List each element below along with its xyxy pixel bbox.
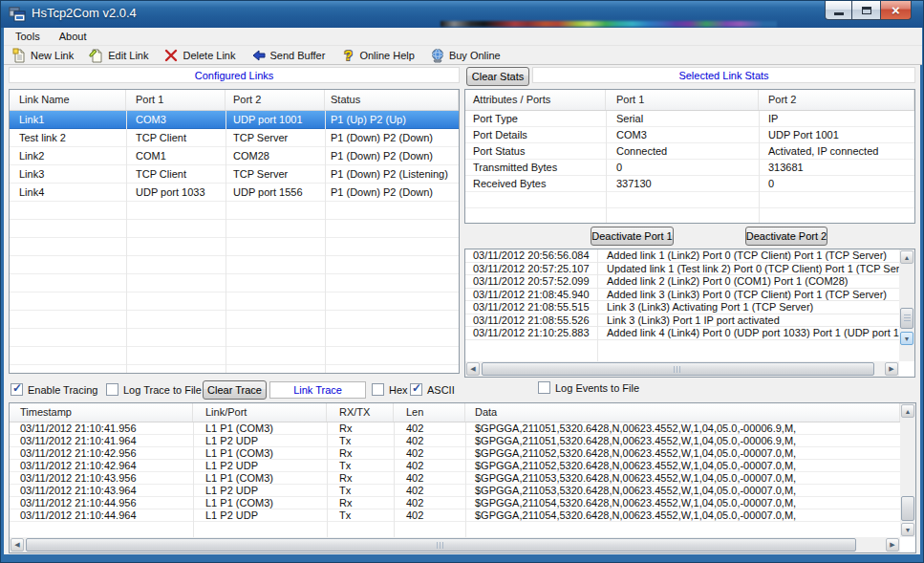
grid-line bbox=[394, 422, 395, 537]
up-arrow-icon: ▲ bbox=[905, 408, 912, 415]
menu-bar: Tools About bbox=[4, 28, 922, 46]
col-port1[interactable]: Port 1 bbox=[126, 90, 226, 110]
link-row-selected[interactable]: Link1 COM3 UDP port 1001 P1 (Up) P2 (Up) bbox=[10, 111, 459, 129]
stats-row-transmitted: Transmitted Bytes 0 313681 bbox=[465, 160, 914, 176]
link-row[interactable]: Link2 COM1 COM28 P1 (Down) P2 (Down) bbox=[10, 147, 459, 165]
trace-vscrollbar[interactable]: ▲ ▼ bbox=[900, 403, 915, 537]
scroll-left-button[interactable]: ◀ bbox=[466, 362, 480, 376]
col-rxtx[interactable]: RX/TX bbox=[327, 403, 394, 422]
close-button[interactable]: × bbox=[880, 1, 912, 20]
trace-hscrollbar[interactable]: ◀ ▶ bbox=[10, 537, 900, 552]
event-row[interactable]: 03/11/2012 20:57:52.099Added link 2 (Lin… bbox=[465, 275, 899, 289]
event-row[interactable]: 03/11/2012 21:08:55.515Link 3 (Link3) Ac… bbox=[465, 301, 899, 314]
event-row[interactable]: 03/11/2012 20:57:25.107Updated link 1 (T… bbox=[465, 263, 899, 276]
scroll-left-button[interactable]: ◀ bbox=[11, 538, 24, 552]
col-link-name[interactable]: Link Name bbox=[10, 90, 126, 110]
scroll-thumb[interactable] bbox=[900, 308, 913, 329]
trace-row[interactable]: 03/11/2012 21:10:43.956L1 P1 (COM3)Rx402… bbox=[10, 472, 900, 485]
delete-link-icon bbox=[163, 48, 179, 63]
ascii-checkbox[interactable]: ✓ ASCII bbox=[410, 383, 455, 396]
scroll-down-button[interactable]: ▼ bbox=[900, 332, 913, 345]
col-link-port[interactable]: Link/Port bbox=[193, 403, 327, 422]
checkbox-label: Enable Tracing bbox=[28, 384, 97, 396]
stats-row-received: Received Bytes 337130 0 bbox=[465, 176, 914, 192]
clear-stats-button[interactable]: Clear Stats bbox=[466, 67, 529, 86]
trace-rows: Timestamp Link/Port RX/TX Len Data 03/11… bbox=[10, 403, 900, 537]
maximize-icon bbox=[862, 7, 871, 14]
delete-link-button[interactable]: Delete Link bbox=[161, 47, 241, 64]
grid-line bbox=[325, 111, 326, 373]
events-vscrollbar[interactable]: ▲ ▼ bbox=[899, 249, 914, 361]
grid-line bbox=[597, 249, 598, 361]
col-timestamp[interactable]: Timestamp bbox=[10, 403, 193, 422]
new-link-button[interactable]: New Link bbox=[10, 47, 79, 64]
event-row[interactable]: 03/11/2012 21:10:25.883Added link 4 (Lin… bbox=[465, 327, 899, 340]
configured-links-table: Link Name Port 1 Port 2 Status Link1 COM… bbox=[9, 89, 460, 374]
grid-line bbox=[606, 111, 607, 223]
deactivate-port2-button[interactable]: Deactivate Port 2 bbox=[745, 227, 827, 246]
trace-row[interactable]: 03/11/2012 21:10:41.956L1 P1 (COM3)Rx402… bbox=[10, 422, 900, 435]
menu-tools[interactable]: Tools bbox=[8, 31, 48, 42]
col-status[interactable]: Status bbox=[325, 90, 459, 110]
online-help-label: Online Help bbox=[359, 50, 414, 61]
check-icon: ✓ bbox=[412, 381, 421, 395]
thumb-grip bbox=[674, 366, 682, 373]
edit-link-icon bbox=[89, 48, 104, 63]
event-row[interactable]: 03/11/2012 21:08:55.526Link 3 (Link3) Po… bbox=[465, 314, 899, 328]
thumb-grip bbox=[904, 314, 911, 322]
up-arrow-icon: ▲ bbox=[904, 254, 911, 261]
log-events-to-file-checkbox[interactable]: Log Events to File bbox=[538, 381, 639, 394]
col-attributes[interactable]: Attributes / Ports bbox=[465, 90, 606, 110]
scroll-thumb[interactable] bbox=[26, 538, 856, 552]
events-hscrollbar[interactable]: ◀ ▶ bbox=[465, 361, 899, 377]
checkbox-label: Log Events to File bbox=[555, 382, 639, 394]
event-row[interactable]: 03/11/2012 21:08:45.940Added link 3 (Lin… bbox=[465, 289, 899, 302]
check-icon: ✓ bbox=[12, 381, 22, 395]
col-data[interactable]: Data bbox=[465, 403, 900, 422]
events-log: 03/11/2012 20:56:56.084Added link 1 (Lin… bbox=[464, 249, 915, 378]
buy-online-button[interactable]: Buy Online bbox=[428, 47, 506, 64]
new-link-label: New Link bbox=[31, 50, 74, 61]
edit-link-button[interactable]: Edit Link bbox=[87, 47, 154, 64]
trace-row[interactable]: 03/11/2012 21:10:42.964L1 P2 UDPTx402$GP… bbox=[10, 460, 900, 472]
maximize-button[interactable] bbox=[852, 1, 880, 20]
link-row[interactable]: Test link 2 TCP Client TCP Server P1 (Do… bbox=[10, 129, 459, 147]
link-trace-title: Link Trace bbox=[269, 381, 366, 399]
trace-row[interactable]: 03/11/2012 21:10:44.956L1 P1 (COM3)Rx402… bbox=[10, 497, 900, 509]
buy-online-label: Buy Online bbox=[449, 50, 501, 61]
deactivate-port1-button[interactable]: Deactivate Port 1 bbox=[591, 227, 674, 246]
toolbar: New Link Edit Link Delete Link Send Buff… bbox=[4, 46, 922, 65]
log-trace-to-file-checkbox[interactable]: Log Trace to File bbox=[106, 383, 202, 396]
col-port2[interactable]: Port 2 bbox=[226, 90, 325, 110]
event-row[interactable]: 03/11/2012 20:56:56.084Added link 1 (Lin… bbox=[465, 249, 899, 263]
minimize-icon bbox=[834, 12, 844, 15]
col-stats-port1[interactable]: Port 1 bbox=[606, 90, 759, 110]
hex-checkbox[interactable]: Hex bbox=[372, 383, 408, 396]
trace-row[interactable]: 03/11/2012 21:10:43.964L1 P2 UDPTx402$GP… bbox=[10, 485, 900, 497]
online-help-button[interactable]: ? Online Help bbox=[338, 47, 419, 64]
enable-tracing-checkbox[interactable]: ✓ Enable Tracing bbox=[11, 383, 97, 396]
checkbox-box bbox=[538, 381, 550, 394]
scroll-thumb[interactable] bbox=[482, 362, 874, 376]
clear-trace-button[interactable]: Clear Trace bbox=[203, 380, 267, 400]
scroll-right-button[interactable]: ▶ bbox=[885, 362, 898, 376]
empty-rows bbox=[465, 192, 914, 224]
menu-about[interactable]: About bbox=[52, 31, 95, 42]
send-buffer-button[interactable]: Send Buffer bbox=[249, 47, 332, 64]
trace-row[interactable]: 03/11/2012 21:10:44.964L1 P2 UDPTx402$GP… bbox=[10, 509, 900, 522]
col-stats-port2[interactable]: Port 2 bbox=[759, 90, 914, 110]
minimize-button[interactable] bbox=[825, 1, 852, 20]
scroll-thumb[interactable] bbox=[901, 496, 914, 521]
col-len[interactable]: Len bbox=[394, 403, 465, 422]
link-row[interactable]: Link4 UDP port 1033 UDP port 1556 P1 (Do… bbox=[10, 184, 459, 202]
trace-row[interactable]: 03/11/2012 21:10:42.956L1 P1 (COM3)Rx402… bbox=[10, 447, 900, 460]
stats-row-port-status: Port Status Connected Activated, IP conn… bbox=[465, 143, 914, 160]
app-icon bbox=[9, 6, 26, 23]
scroll-up-button[interactable]: ▲ bbox=[900, 250, 913, 264]
scroll-up-button[interactable]: ▲ bbox=[901, 404, 914, 418]
scroll-right-button[interactable]: ▶ bbox=[886, 538, 899, 552]
link-row[interactable]: Link3 TCP Client TCP Server P1 (Down) P2… bbox=[10, 165, 459, 184]
stats-row-port-details: Port Details COM3 UDP Port 1001 bbox=[465, 127, 914, 143]
trace-row[interactable]: 03/11/2012 21:10:41.964L1 P2 UDPTx402$GP… bbox=[10, 435, 900, 447]
scroll-down-button[interactable]: ▼ bbox=[901, 523, 914, 536]
